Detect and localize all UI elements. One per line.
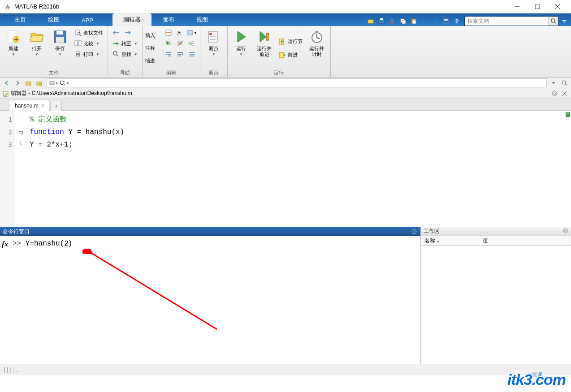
svg-line-27 <box>80 34 81 36</box>
svg-rect-28 <box>75 41 78 46</box>
new-button[interactable]: 新建▼ <box>3 28 24 69</box>
path-back-button[interactable] <box>2 78 12 87</box>
insert-section-icon[interactable] <box>163 28 174 38</box>
outdent-icon[interactable] <box>175 49 186 59</box>
path-bar: ▸ C: ▸ <box>0 78 571 88</box>
tab-plots[interactable]: 绘图 <box>37 13 70 26</box>
find-files-button[interactable]: 查找文件 <box>73 28 105 38</box>
insert-other-icon[interactable]: ▼ <box>186 28 197 38</box>
fx-icon[interactable]: fx <box>0 236 13 364</box>
command-window-panel: 命令行窗口 fx >> Y=hanshu(2) <box>0 227 421 364</box>
qat-help-icon[interactable]: ? <box>452 16 462 26</box>
svg-point-44 <box>209 33 212 35</box>
run-advance-button[interactable]: 运行并 前进 <box>254 28 275 69</box>
path-up-icon[interactable] <box>23 78 33 87</box>
workspace-col-value[interactable]: 值 <box>479 236 537 246</box>
drive-icon <box>49 80 55 86</box>
workspace-dropdown-icon[interactable] <box>563 228 568 235</box>
qat-cut-icon[interactable] <box>387 16 397 26</box>
qat-minimize-ribbon-icon[interactable] <box>559 16 569 26</box>
quick-access-toolbar: ? <box>366 16 571 26</box>
compare-button[interactable]: 比较▼ <box>73 39 105 48</box>
svg-rect-12 <box>412 20 416 24</box>
insert-fx-icon[interactable]: fx <box>175 28 186 38</box>
advance-button[interactable]: 前进 <box>277 50 304 60</box>
path-dropdown-button[interactable] <box>549 78 558 87</box>
code-area[interactable]: % 定义函数 function Y = hanshu(x) Y = 2*x+1; <box>26 111 564 227</box>
workspace-header[interactable]: 工作区 <box>421 227 571 236</box>
qat-open-icon[interactable] <box>366 16 376 26</box>
svg-text:fx: fx <box>177 30 181 35</box>
close-button[interactable] <box>547 0 567 13</box>
main-tabstrip: 主页 绘图 APP 编辑器 发布 视图 ? <box>0 13 571 26</box>
smart-indent-icon[interactable] <box>186 49 197 59</box>
tab-editor[interactable]: 编辑器 <box>112 13 151 26</box>
fold-toggle-icon[interactable]: − <box>19 131 23 135</box>
matlab-logo-icon <box>4 3 11 10</box>
file-tab-close-icon[interactable]: × <box>41 102 45 109</box>
status-bar: ||||. <box>0 364 571 375</box>
path-forward-button[interactable] <box>13 78 22 87</box>
qat-save-icon[interactable] <box>376 16 386 26</box>
command-text[interactable]: >> Y=hanshu(2) <box>13 236 420 364</box>
file-tab-hanshu[interactable]: hanshu.m × <box>9 100 49 111</box>
open-button[interactable]: 打开▼ <box>26 28 48 69</box>
workspace-col-name[interactable]: 名称▲ <box>421 236 479 246</box>
tab-app[interactable]: APP <box>71 15 104 26</box>
ribbon-group-breakpoint: 断点▼ 断点 <box>200 26 228 77</box>
run-button[interactable]: 运行▼ <box>230 28 252 69</box>
path-browse-icon[interactable] <box>34 78 44 87</box>
qat-redo-icon[interactable] <box>430 16 440 26</box>
print-button[interactable]: 打印▼ <box>73 49 105 59</box>
run-section-button[interactable]: 运行节 <box>277 37 304 47</box>
indent-icon[interactable] <box>163 49 174 59</box>
svg-rect-4 <box>368 20 373 23</box>
svg-rect-52 <box>316 31 318 32</box>
ribbon-group-navigate: 转至▼ 查找▼ 导航 <box>108 26 143 77</box>
run-time-button[interactable]: 运行并 计时 <box>306 28 328 69</box>
maximize-button[interactable] <box>527 0 547 13</box>
tab-view[interactable]: 视图 <box>186 13 219 26</box>
svg-point-17 <box>551 19 555 22</box>
svg-text:?: ? <box>455 19 458 24</box>
search-docs-input[interactable] <box>465 17 548 26</box>
search-button[interactable] <box>548 17 558 26</box>
find-button[interactable]: 查找▼ <box>111 49 139 59</box>
wrap-comment-icon[interactable]: % <box>186 39 197 48</box>
window-title: MATLAB R2016b <box>14 3 507 10</box>
path-search-button[interactable] <box>559 78 569 87</box>
goto-button[interactable]: 转至▼ <box>111 39 139 48</box>
svg-rect-31 <box>77 52 79 53</box>
path-breadcrumb[interactable]: ▸ C: ▸ <box>47 78 547 87</box>
qat-switch-icon[interactable] <box>441 16 451 26</box>
uncomment-icon[interactable]: % <box>175 39 186 48</box>
workspace-body[interactable] <box>421 246 571 364</box>
svg-point-59 <box>562 81 566 84</box>
qat-paste-icon[interactable] <box>409 16 419 26</box>
svg-rect-19 <box>562 20 567 21</box>
ribbon-group-file: 新建▼ 打开▼ 保存▼ 查找文件 比较▼ <box>0 26 108 77</box>
svg-rect-14 <box>444 19 448 21</box>
save-button[interactable]: 保存▼ <box>49 28 71 69</box>
editor-close-button[interactable] <box>560 90 568 98</box>
command-body[interactable]: fx >> Y=hanshu(2) <box>0 236 420 364</box>
breakpoints-button[interactable]: 断点▼ <box>203 28 225 69</box>
command-panel-dropdown-icon[interactable] <box>411 228 418 235</box>
qat-undo-icon[interactable] <box>420 16 429 26</box>
editor-dropdown-button[interactable] <box>550 90 558 98</box>
svg-rect-6 <box>380 18 383 20</box>
nav-icon-2[interactable] <box>122 28 133 38</box>
command-window-header[interactable]: 命令行窗口 <box>0 227 420 236</box>
titlebar: MATLAB R2016b <box>0 0 571 13</box>
tab-home[interactable]: 主页 <box>4 13 37 26</box>
svg-point-65 <box>412 229 416 234</box>
minimize-button[interactable] <box>507 0 527 13</box>
search-docs-box <box>464 16 558 26</box>
nav-icon-1[interactable] <box>111 28 121 38</box>
svg-rect-10 <box>402 20 406 24</box>
path-drive[interactable]: C: <box>59 80 66 86</box>
tab-publish[interactable]: 发布 <box>152 13 185 26</box>
add-tab-button[interactable]: + <box>50 101 62 111</box>
comment-icon[interactable]: % <box>163 39 174 48</box>
qat-copy-icon[interactable] <box>398 16 408 26</box>
